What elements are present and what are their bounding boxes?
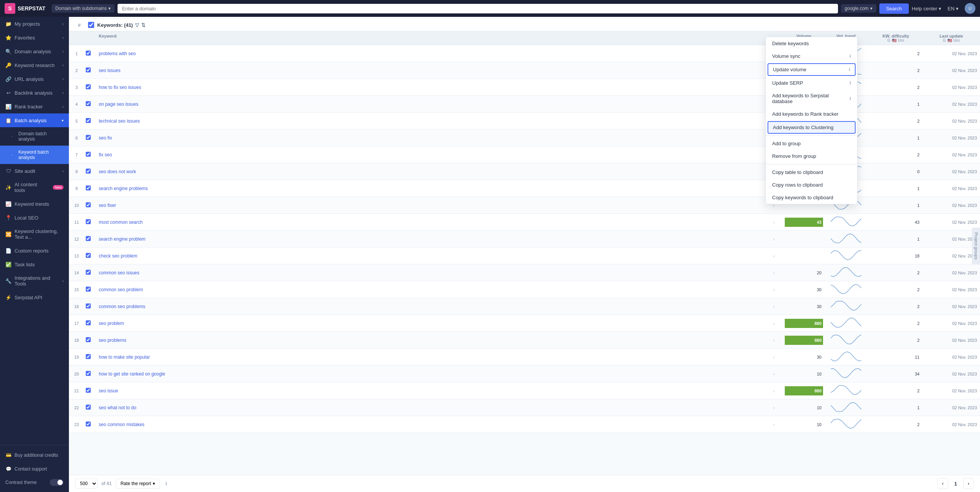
update-volume-label: Update volume: [773, 67, 806, 72]
ops-delete-keywords[interactable]: Delete keywords: [766, 37, 857, 50]
ops-copy-rows[interactable]: Copy rows to clipboard: [766, 179, 857, 191]
ops-add-to-clustering[interactable]: Add keywords to Clustering: [768, 121, 856, 134]
add-rank-tracker-label: Add keywords to Rank tracker: [772, 111, 838, 117]
add-group-label: Add to group: [772, 141, 800, 146]
copy-keywords-label: Copy keywords to clipboard: [772, 195, 833, 200]
info-icon: ℹ: [849, 96, 851, 101]
volume-sync-label: Volume sync: [772, 53, 800, 59]
add-clustering-label: Add keywords to Clustering: [773, 125, 833, 130]
ops-update-volume[interactable]: Update volume ℹ: [768, 63, 856, 76]
add-serpstat-label: Add keywords to Serpstat database: [772, 93, 849, 104]
remove-group-label: Remove from group: [772, 153, 816, 159]
ops-copy-keywords[interactable]: Copy keywords to clipboard: [766, 191, 857, 204]
update-serp-label: Update SERP: [772, 80, 803, 86]
ops-update-serp[interactable]: Update SERP ℹ: [766, 77, 857, 89]
ops-copy-table[interactable]: Copy table to clipboard: [766, 166, 857, 179]
ops-add-to-serpstat[interactable]: Add keywords to Serpstat database ℹ: [766, 89, 857, 108]
info-icon: ℹ: [849, 67, 850, 72]
copy-table-label: Copy table to clipboard: [772, 169, 823, 175]
ops-divider: [766, 135, 857, 136]
copy-rows-label: Copy rows to clipboard: [772, 182, 823, 188]
ops-remove-from-group[interactable]: Remove from group: [766, 150, 857, 162]
info-icon: ℹ: [849, 80, 851, 85]
info-icon: ℹ: [849, 54, 851, 59]
ops-add-to-group[interactable]: Add to group: [766, 137, 857, 150]
ops-add-to-rank-tracker[interactable]: Add keywords to Rank tracker: [766, 108, 857, 120]
operations-dropdown: Delete keywords Volume sync ℹ Update vol…: [766, 37, 858, 204]
delete-keywords-label: Delete keywords: [772, 41, 809, 46]
ops-volume-sync[interactable]: Volume sync ℹ: [766, 50, 857, 62]
ops-divider-2: [766, 164, 857, 164]
